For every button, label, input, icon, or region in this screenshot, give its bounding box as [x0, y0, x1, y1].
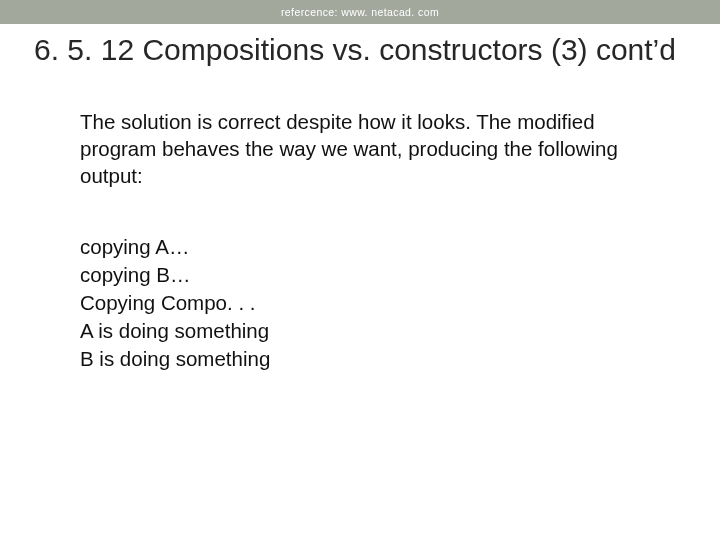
program-output: copying A… copying B… Copying Compo. . .…: [80, 233, 660, 373]
output-line: A is doing something: [80, 317, 660, 345]
slide-body: The solution is correct despite how it l…: [0, 70, 720, 373]
output-line: B is doing something: [80, 345, 660, 373]
reference-banner: refercence: www. netacad. com: [0, 0, 720, 24]
body-paragraph: The solution is correct despite how it l…: [80, 108, 660, 189]
output-line: copying A…: [80, 233, 660, 261]
output-line: Copying Compo. . .: [80, 289, 660, 317]
slide-title: 6. 5. 12 Compositions vs. constructors (…: [0, 24, 720, 70]
output-line: copying B…: [80, 261, 660, 289]
